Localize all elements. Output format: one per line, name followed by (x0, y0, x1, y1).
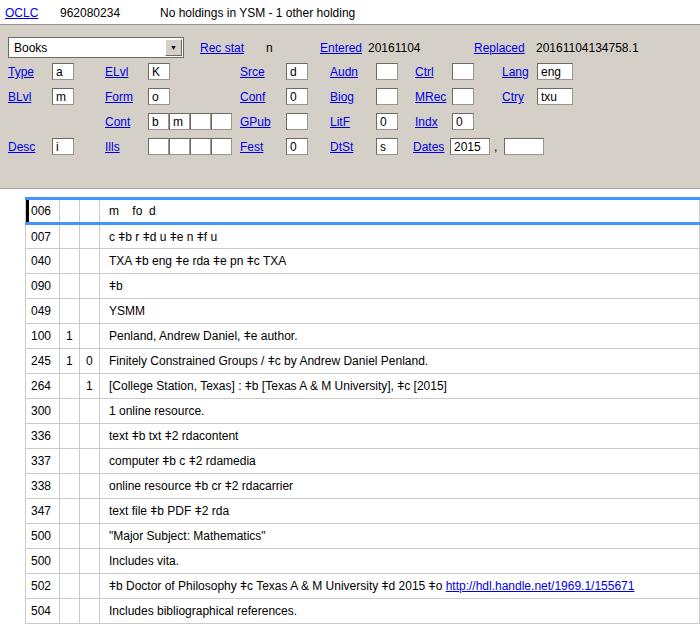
cont-field-4[interactable] (211, 113, 232, 130)
marc-ind2-cell[interactable] (80, 199, 100, 224)
marc-content-cell[interactable]: text file ǂb PDF ǂ2 rda (100, 499, 700, 524)
cont-field-2[interactable]: m (169, 113, 190, 130)
marc-content-cell[interactable]: ǂb (100, 274, 700, 299)
marc-tag-cell[interactable]: 100 (26, 324, 60, 349)
desc-field[interactable]: i (52, 138, 74, 155)
entered-link[interactable]: Entered (320, 41, 362, 55)
marc-ind1-cell[interactable] (60, 224, 80, 249)
conf-link[interactable]: Conf (240, 90, 265, 104)
marc-ind2-cell[interactable] (80, 599, 100, 624)
ills-field-2[interactable] (169, 138, 190, 155)
cont-link[interactable]: Cont (105, 115, 130, 129)
lang-field[interactable]: eng (537, 63, 573, 80)
marc-ind1-cell[interactable] (60, 574, 80, 599)
marc-ind1-cell[interactable] (60, 374, 80, 399)
marc-ind1-cell[interactable] (60, 199, 80, 224)
marc-ind2-cell[interactable] (80, 324, 100, 349)
marc-tag-cell[interactable]: 040 (26, 249, 60, 274)
marc-content-cell[interactable]: Includes vita. (100, 549, 700, 574)
marc-ind1-cell[interactable] (60, 524, 80, 549)
marc-ind1-cell[interactable] (60, 249, 80, 274)
marc-tag-cell[interactable]: 500 (26, 524, 60, 549)
mrec-link[interactable]: MRec (415, 90, 446, 104)
marc-tag-cell[interactable]: 049 (26, 299, 60, 324)
marc-ind2-cell[interactable] (80, 449, 100, 474)
marc-ind1-cell[interactable] (60, 274, 80, 299)
marc-content-cell[interactable]: "Major Subject: Mathematics" (100, 524, 700, 549)
marc-content-cell[interactable]: TXA ǂb eng ǂe rda ǂe pn ǂc TXA (100, 249, 700, 274)
elvl-field[interactable]: K (148, 63, 170, 80)
marc-content-cell[interactable]: c ǂb r ǂd u ǂe n ǂf u (100, 224, 700, 249)
marc-ind1-cell[interactable] (60, 599, 80, 624)
format-select[interactable]: Books ▼ (8, 37, 184, 58)
fest-link[interactable]: Fest (240, 140, 263, 154)
marc-ind2-cell[interactable] (80, 574, 100, 599)
ctry-field[interactable]: txu (537, 88, 573, 105)
ctry-link[interactable]: Ctry (502, 90, 524, 104)
marc-tag-cell[interactable]: 504 (26, 599, 60, 624)
form-link[interactable]: Form (105, 90, 133, 104)
marc-ind1-cell[interactable] (60, 399, 80, 424)
marc-tag-cell[interactable]: 500 (26, 549, 60, 574)
dates-field-2[interactable] (504, 138, 544, 155)
marc-content-cell[interactable]: ǂb Doctor of Philosophy ǂc Texas A & M U… (100, 574, 700, 599)
litf-link[interactable]: LitF (330, 115, 350, 129)
marc-tag-cell[interactable]: 245 (26, 349, 60, 374)
marc-tag-cell[interactable]: 264 (26, 374, 60, 399)
marc-content-cell[interactable]: Penland, Andrew Daniel, ǂe author. (100, 324, 700, 349)
dtst-link[interactable]: DtSt (330, 140, 353, 154)
marc-ind2-cell[interactable] (80, 474, 100, 499)
dropdown-arrow-icon[interactable]: ▼ (165, 39, 182, 56)
cont-field-3[interactable] (190, 113, 211, 130)
marc-tag-cell[interactable]: 338 (26, 474, 60, 499)
marc-tag-cell[interactable]: 336 (26, 424, 60, 449)
marc-ind2-cell[interactable] (80, 549, 100, 574)
marc-ind1-cell[interactable] (60, 424, 80, 449)
biog-field[interactable] (376, 88, 398, 105)
ills-field-3[interactable] (190, 138, 211, 155)
audn-link[interactable]: Audn (330, 65, 358, 79)
marc-tag-cell[interactable]: 300 (26, 399, 60, 424)
marc-ind1-cell[interactable] (60, 549, 80, 574)
ctrl-field[interactable] (452, 63, 474, 80)
marc-tag-cell[interactable]: 337 (26, 449, 60, 474)
marc-content-cell[interactable]: m fo d (100, 199, 700, 224)
rec-stat-link[interactable]: Rec stat (200, 41, 244, 55)
marc-ind2-cell[interactable] (80, 299, 100, 324)
indx-field[interactable]: 0 (452, 113, 474, 130)
marc-ind2-cell[interactable] (80, 224, 100, 249)
litf-field[interactable]: 0 (376, 113, 398, 130)
cont-field-1[interactable]: b (148, 113, 169, 130)
marc-content-cell[interactable]: online resource ǂb cr ǂ2 rdacarrier (100, 474, 700, 499)
ills-link[interactable]: Ills (105, 140, 120, 154)
marc-ind2-cell[interactable] (80, 424, 100, 449)
ills-field-1[interactable] (148, 138, 169, 155)
marc-content-cell[interactable]: text ǂb txt ǂ2 rdacontent (100, 424, 700, 449)
conf-field[interactable]: 0 (286, 88, 308, 105)
gpub-link[interactable]: GPub (240, 115, 271, 129)
marc-ind2-cell[interactable]: 1 (80, 374, 100, 399)
marc-tag-cell[interactable]: 347 (26, 499, 60, 524)
ills-field-4[interactable] (211, 138, 232, 155)
oclc-link[interactable]: OCLC (5, 6, 38, 20)
mrec-field[interactable] (452, 88, 474, 105)
desc-link[interactable]: Desc (8, 140, 35, 154)
marc-ind2-cell[interactable] (80, 399, 100, 424)
marc-content-cell[interactable]: Finitely Constrained Groups / ǂc by Andr… (100, 349, 700, 374)
marc-tag-cell[interactable]: 090 (26, 274, 60, 299)
blvl-field[interactable]: m (52, 88, 74, 105)
marc-ind1-cell[interactable] (60, 474, 80, 499)
marc-tag-cell[interactable]: 006 (26, 199, 60, 224)
indx-link[interactable]: Indx (415, 115, 438, 129)
type-link[interactable]: Type (8, 65, 34, 79)
marc-content-cell[interactable]: computer ǂb c ǂ2 rdamedia (100, 449, 700, 474)
type-field[interactable]: a (52, 63, 74, 80)
replaced-link[interactable]: Replaced (474, 41, 525, 55)
elvl-link[interactable]: ELvl (105, 65, 128, 79)
marc-content-link[interactable]: http://hdl.handle.net/1969.1/155671 (446, 579, 635, 593)
marc-content-cell[interactable]: YSMM (100, 299, 700, 324)
marc-content-cell[interactable]: 1 online resource. (100, 399, 700, 424)
marc-ind1-cell[interactable]: 1 (60, 324, 80, 349)
form-field[interactable]: o (148, 88, 170, 105)
lang-link[interactable]: Lang (502, 65, 529, 79)
